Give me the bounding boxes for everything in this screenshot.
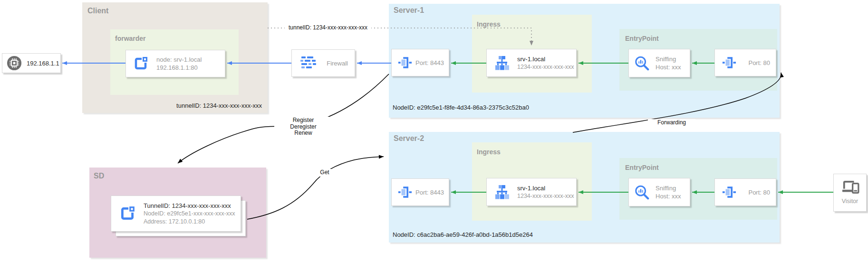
server1-ingress-container[interactable]: Ingress srv-1.local 1234-xxx-xxx-xxx-xxx — [472, 15, 592, 93]
firewall-icon — [300, 56, 317, 70]
server2-sniffing-line2: Host: xxx — [656, 192, 681, 200]
diagram-canvas: Client forwarder node: srv-1.local 192.1… — [0, 0, 868, 261]
chip-icon — [7, 56, 22, 71]
forwarding-edge-label: Forwarding — [648, 119, 695, 127]
server2-loadbalancer-node[interactable]: srv-1.local 1234-xxx-xxx-xxx-xxx — [486, 178, 577, 206]
server1-lb-line1: srv-1.local — [517, 55, 574, 63]
load-balancer-icon — [493, 185, 511, 200]
server1-lb-line2: 1234-xxx-xxx-xxx-xxx — [517, 63, 574, 71]
host-node[interactable]: 192.168.1.1 — [2, 53, 61, 73]
app-window-icon — [119, 205, 136, 222]
port-icon — [722, 185, 736, 199]
server2-lb-line2: 1234-xxx-xxx-xxx-xxx — [517, 192, 574, 200]
server2-entrypoint-title: EntryPoint — [625, 164, 659, 171]
sniffing-icon — [634, 185, 649, 200]
server1-entrypoint-container[interactable]: EntryPoint Sniffing Host: xxx — [619, 29, 777, 91]
app-window-icon — [133, 56, 149, 72]
load-balancer-icon — [493, 56, 511, 71]
edge-get-to-server2 — [247, 157, 384, 219]
server2-sniffing-node[interactable]: Sniffing Host: xxx — [628, 178, 690, 206]
server1-loadbalancer-node[interactable]: srv-1.local 1234-xxx-xxx-xxx-xxx — [486, 49, 577, 77]
server2-port-8443-label: Port: 8443 — [415, 188, 444, 196]
deregister-label: Deregister — [275, 124, 331, 130]
server2-port-8443-node[interactable]: Port: 8443 — [391, 178, 449, 206]
forwarder-node-text: node: srv-1.local 192.168.1.1:80 — [156, 56, 202, 72]
server1-sniffing-line2: Host: xxx — [656, 63, 681, 71]
server2-container[interactable]: Server-2 Port: 8443 Ingress — [389, 132, 780, 242]
port-icon — [398, 185, 412, 199]
host-label: 192.168.1.1 — [27, 59, 59, 67]
sd-record-tunnel-id: TunnelID: 1234-xxx-xxx-xxx-xxx — [144, 202, 235, 210]
server1-sniffing-text: Sniffing Host: xxx — [656, 55, 681, 71]
server2-sniffing-line1: Sniffing — [656, 184, 681, 192]
server1-sniffing-node[interactable]: Sniffing Host: xxx — [628, 49, 690, 77]
client-container[interactable]: Client forwarder node: srv-1.local 192.1… — [82, 2, 268, 113]
visitor-node[interactable]: Visitor — [833, 174, 867, 212]
server2-node-id: NodeID: c6ac2ba6-ae59-426f-a0bd-1a56b1d5… — [393, 231, 533, 238]
server1-loadbalancer-text: srv-1.local 1234-xxx-xxx-xxx-xxx — [517, 55, 574, 71]
server1-port-8443-label: Port: 8443 — [415, 59, 444, 67]
sd-record-node-id: NodeID: e29fc5e1-xxx-xxx-xxx-xxx — [144, 210, 235, 218]
sd-record-text: TunnelID: 1234-xxx-xxx-xxx-xxx NodeID: e… — [144, 202, 235, 226]
server2-loadbalancer-text: srv-1.local 1234-xxx-xxx-xxx-xxx — [517, 184, 574, 200]
visitor-label: Visitor — [842, 197, 858, 205]
forwarder-container[interactable]: forwarder node: srv-1.local 192.168.1.1:… — [110, 29, 239, 95]
register-label: Register — [275, 117, 331, 124]
get-edge-label: Get — [314, 169, 336, 177]
client-tunnel-id: tunnelID: 1234-xxx-xxx-xxx-xxx — [176, 102, 262, 109]
forwarder-node-line2: 192.168.1.1:80 — [156, 64, 202, 72]
port-icon — [722, 56, 736, 70]
server2-sniffing-text: Sniffing Host: xxx — [656, 184, 681, 200]
laptop-phone-icon — [840, 180, 859, 195]
server1-port-8443-node[interactable]: Port: 8443 — [391, 49, 449, 76]
server1-port-80-label: Port: 80 — [748, 59, 770, 67]
server1-ingress-title: Ingress — [477, 20, 501, 28]
server2-ingress-container[interactable]: Ingress srv-1.local 1234-xxx-xxx-xxx-xxx — [472, 142, 592, 221]
tunnel-edge-label: tunnelID: 1234-xxx-xxx-xxx-xxx — [285, 24, 371, 32]
server1-sniffing-line1: Sniffing — [656, 55, 681, 63]
server2-lb-line1: srv-1.local — [517, 184, 574, 192]
server1-port-80-node[interactable]: Port: 80 — [714, 49, 776, 76]
renew-label: Renew — [275, 130, 331, 137]
sniffing-icon — [634, 56, 649, 71]
server1-entrypoint-title: EntryPoint — [625, 35, 659, 42]
sd-record-address: Address: 172.10.0.1:80 — [144, 218, 235, 226]
port-icon — [398, 56, 412, 70]
server1-container[interactable]: Server-1 Port: 8443 Ingress — [389, 4, 780, 118]
server2-entrypoint-container[interactable]: EntryPoint Sniffing Host: xxx — [619, 158, 777, 220]
server2-port-80-label: Port: 80 — [748, 188, 770, 196]
server1-node-id: NodeID: e29fc5e1-f8fe-4d34-86a3-2375c3c5… — [393, 104, 529, 111]
server2-title: Server-2 — [394, 134, 424, 143]
client-title: Client — [87, 7, 108, 15]
firewall-label: Firewall — [327, 59, 348, 67]
server1-title: Server-1 — [394, 6, 424, 15]
register-edge-label: Register Deregister Renew — [274, 117, 332, 137]
sd-record-card[interactable]: TunnelID: 1234-xxx-xxx-xxx-xxx NodeID: e… — [111, 196, 241, 232]
sd-container[interactable]: SD TunnelID: 1234-xxx-xxx-xxx-xxx NodeID… — [89, 168, 266, 258]
forwarder-node-line1: node: srv-1.local — [156, 56, 202, 64]
firewall-node[interactable]: Firewall — [291, 49, 355, 77]
server2-ingress-title: Ingress — [477, 148, 501, 156]
forwarder-node[interactable]: node: srv-1.local 192.168.1.1:80 — [125, 50, 225, 77]
sd-title: SD — [94, 172, 104, 180]
forwarder-title: forwarder — [115, 35, 146, 42]
server2-port-80-node[interactable]: Port: 80 — [714, 178, 776, 206]
